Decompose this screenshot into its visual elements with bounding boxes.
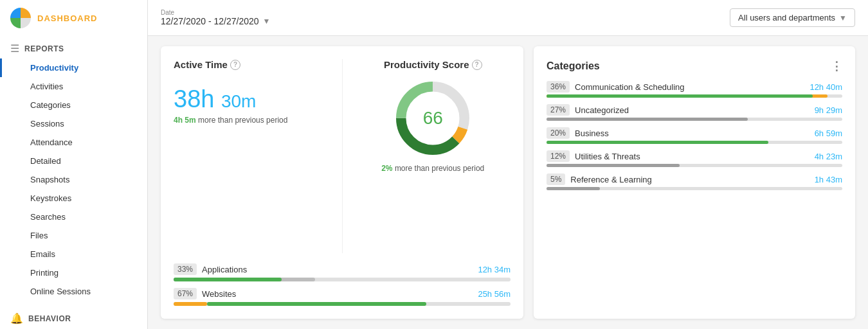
- reports-section-header: ☰ REPORTS: [0, 36, 147, 58]
- sidebar-item-categories[interactable]: Categories: [0, 96, 147, 114]
- categories-menu-icon[interactable]: ⋮: [831, 59, 842, 73]
- categories-title: Categories ⋮: [547, 59, 842, 73]
- cat-time-2: 6h 59m: [815, 129, 842, 138]
- category-row-0: 36% Communication & Scheduling 12h 40m: [547, 81, 842, 98]
- behavior-label: BEHAVIOR: [28, 314, 71, 323]
- logo-icon: [10, 8, 31, 28]
- sidebar-item-detailed[interactable]: Detailed: [0, 152, 147, 170]
- applications-time: 12h 34m: [478, 265, 511, 274]
- active-time-diff-text: more than previous period: [198, 116, 287, 125]
- productivity-score-info-icon[interactable]: ?: [472, 60, 482, 70]
- users-dropdown[interactable]: All users and departments ▼: [730, 8, 855, 27]
- reports-icon: ☰: [10, 42, 19, 55]
- bell-icon: 🔔: [10, 312, 23, 325]
- productivity-score-section: Productivity Score ?: [343, 59, 511, 253]
- cat-bar-track-4: [547, 187, 842, 190]
- category-row-4: 5% Reference & Learning 1h 43m: [547, 173, 842, 190]
- websites-bar-orange: [174, 302, 207, 306]
- active-time-section: Active Time ? 38h 30m 4h 5m more than pr…: [174, 59, 343, 253]
- date-label: Date: [161, 9, 270, 16]
- cat-time-3: 4h 23m: [815, 152, 842, 161]
- productivity-score-value: 66: [423, 108, 443, 129]
- applications-bar-green: [174, 278, 282, 281]
- sidebar-item-printing[interactable]: Printing: [0, 263, 147, 282]
- metrics-row: Active Time ? 38h 30m 4h 5m more than pr…: [174, 59, 511, 253]
- active-time-diff: 4h 5m more than previous period: [174, 116, 287, 125]
- users-label: All users and departments: [738, 13, 835, 22]
- sidebar-item-emails[interactable]: Emails: [0, 245, 147, 263]
- main-content: Date 12/27/2020 - 12/27/2020 ▼ All users…: [148, 0, 868, 329]
- date-picker[interactable]: 12/27/2020 - 12/27/2020 ▼: [161, 16, 270, 26]
- cat-name-2: Business: [575, 129, 609, 138]
- cat-name-0: Communication & Scheduling: [575, 82, 685, 92]
- active-time-info-icon[interactable]: ?: [230, 60, 240, 70]
- metrics-card: Active Time ? 38h 30m 4h 5m more than pr…: [161, 46, 523, 319]
- cat-time-4: 1h 43m: [815, 175, 842, 184]
- websites-bar-left: 67% Websites: [174, 288, 236, 299]
- sidebar-item-online-sessions[interactable]: Online Sessions: [0, 282, 147, 301]
- content-area: Active Time ? 38h 30m 4h 5m more than pr…: [148, 36, 868, 329]
- cat-pct-4: 5%: [547, 173, 565, 185]
- cat-bar-track-0: [547, 94, 842, 98]
- sidebar-logo[interactable]: DASHBOARD: [0, 0, 147, 36]
- sidebar: DASHBOARD ☰ REPORTS Productivity Activit…: [0, 0, 148, 329]
- active-time-title: Active Time ?: [174, 59, 240, 70]
- productivity-diff: 2% more than previous period: [381, 164, 484, 173]
- applications-bar-track: [174, 278, 511, 281]
- websites-label-row: 67% Websites 25h 56m: [174, 288, 511, 299]
- websites-pct: 67%: [174, 288, 197, 299]
- sidebar-item-sessions[interactable]: Sessions: [0, 114, 147, 133]
- cat-bar-fill-4: [547, 187, 600, 190]
- applications-name: Applications: [202, 265, 247, 274]
- cat-name-4: Reference & Learning: [570, 175, 651, 184]
- cat-pct-3: 12%: [547, 150, 570, 162]
- users-chevron-icon: ▼: [839, 13, 847, 22]
- categories-card: Categories ⋮ 36% Communication & Schedul…: [534, 46, 855, 319]
- cat-bar-track-1: [547, 118, 842, 121]
- cat-pct-0: 36%: [547, 81, 570, 93]
- cat-name-1: Uncategorized: [575, 105, 629, 115]
- cat-time-0: 12h 40m: [809, 82, 842, 92]
- sidebar-item-keystrokes[interactable]: Keystrokes: [0, 189, 147, 208]
- productivity-diff-highlight: 2%: [381, 164, 392, 173]
- categories-label: Categories: [547, 60, 600, 72]
- active-time-diff-highlight: 4h 5m: [174, 116, 196, 125]
- cat-bar-track-2: [547, 141, 842, 144]
- active-time-minutes: 30m: [221, 91, 256, 111]
- bars-section: 33% Applications 12h 34m 67%: [174, 263, 511, 306]
- header-bar: Date 12/27/2020 - 12/27/2020 ▼ All users…: [148, 0, 868, 36]
- sidebar-item-snapshots[interactable]: Snapshots: [0, 170, 147, 189]
- websites-bar-green: [207, 302, 426, 306]
- cat-bar-track-3: [547, 164, 842, 167]
- cat-bar-fill-1: [547, 118, 748, 121]
- sidebar-item-files[interactable]: Files: [0, 226, 147, 245]
- dashboard-label: DASHBOARD: [37, 13, 98, 23]
- applications-bar-left: 33% Applications: [174, 263, 247, 275]
- active-time-hours: 38h: [174, 85, 214, 112]
- cat-bar-fill-green-0: [547, 94, 813, 98]
- sidebar-item-attendance[interactable]: Attendance: [0, 133, 147, 152]
- cat-time-1: 9h 29m: [815, 105, 842, 115]
- category-row-1: 27% Uncategorized 9h 29m: [547, 104, 842, 121]
- sidebar-item-searches[interactable]: Searches: [0, 208, 147, 226]
- applications-pct: 33%: [174, 263, 197, 275]
- date-value: 12/27/2020 - 12/27/2020: [161, 16, 259, 26]
- websites-name: Websites: [202, 289, 236, 299]
- cat-name-3: Utilities & Threats: [575, 152, 640, 161]
- category-row-2: 20% Business 6h 59m: [547, 127, 842, 144]
- cat-bar-fill-2: [547, 141, 768, 144]
- cat-pct-2: 20%: [547, 127, 570, 139]
- applications-label-row: 33% Applications 12h 34m: [174, 263, 511, 275]
- active-time-value: 38h 30m: [174, 85, 256, 113]
- websites-bar-row: 67% Websites 25h 56m: [174, 288, 511, 306]
- sidebar-item-activities[interactable]: Activities: [0, 77, 147, 96]
- cat-bar-fill-3: [547, 164, 680, 167]
- applications-bar-row: 33% Applications 12h 34m: [174, 263, 511, 281]
- productivity-diff-text: more than previous period: [395, 164, 484, 173]
- category-row-3: 12% Utilities & Threats 4h 23m: [547, 150, 842, 167]
- productivity-donut: 66: [391, 76, 475, 160]
- sidebar-item-productivity[interactable]: Productivity: [0, 58, 147, 77]
- reports-label: REPORTS: [24, 44, 64, 53]
- websites-bar-track: [174, 302, 511, 306]
- date-section: Date 12/27/2020 - 12/27/2020 ▼: [161, 9, 270, 26]
